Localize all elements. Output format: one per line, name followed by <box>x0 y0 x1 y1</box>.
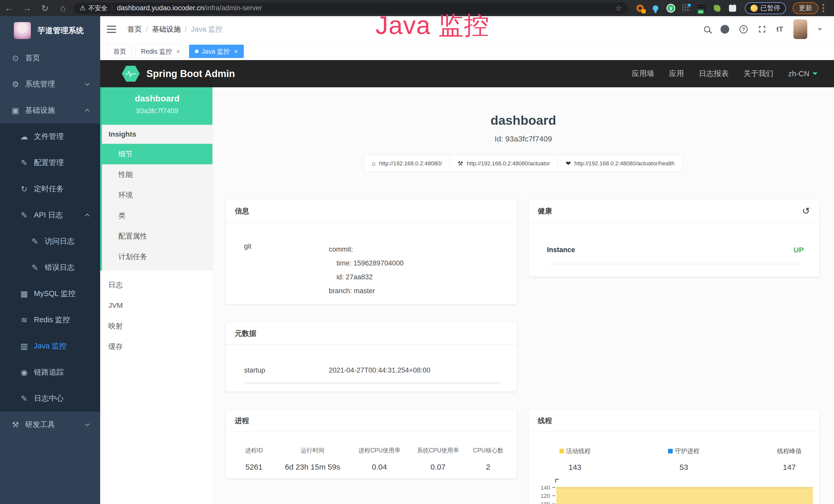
sba-menu-details[interactable]: 细节 <box>102 144 213 164</box>
status-badge: UP <box>794 246 804 254</box>
log-center-icon: ✎ <box>19 394 30 403</box>
back-icon[interactable]: ← <box>0 3 18 13</box>
sidebar-item-system-mgmt[interactable]: ⚙ 系统管理 <box>0 71 100 97</box>
fullscreen-icon[interactable] <box>758 25 766 33</box>
sidebar-item-java-monitor[interactable]: ▥ Java 监控 <box>0 333 100 359</box>
reload-icon[interactable]: ↻ <box>36 3 54 13</box>
java-monitor-icon: ▥ <box>19 342 30 351</box>
sidebar-item-home[interactable]: ⊙ 首页 <box>0 45 100 71</box>
sba-nav-journal[interactable]: 日志报表 <box>699 69 729 79</box>
chevron-up-icon <box>85 109 89 113</box>
sba-body: dashboard 93a3fc7f7409 Insights 细节 性能 环境… <box>100 87 834 504</box>
sba-menu-classes[interactable]: 类 <box>102 205 213 226</box>
metadata-startup-row: startup 2021-04-27T00:44:31.254+08:00 <box>244 345 501 383</box>
extension-pin-icon[interactable] <box>651 4 660 13</box>
app-title: 芋道管理系统 <box>38 25 84 36</box>
threads-legend: 活动线程 143 守护进程 53 <box>529 432 820 472</box>
info-card: 信息 git commit: time: 1596289704000 id: 2… <box>225 200 517 304</box>
browser-update-button[interactable]: 更新 <box>793 2 818 14</box>
y-tick: 120 <box>535 493 550 499</box>
sba-menu-environment[interactable]: 环境 <box>102 185 213 205</box>
sba-menu-group: 日志 JVM 映射 缓存 <box>100 275 213 357</box>
sidebar-item-trace[interactable]: ◉ 链路追踪 <box>0 359 100 385</box>
extension-y-icon[interactable]: y <box>666 4 676 13</box>
chevron-down-icon <box>812 72 817 77</box>
chart-axis <box>555 479 559 482</box>
home-icon[interactable]: ⌂ <box>54 3 72 13</box>
profile-paused-badge[interactable]: 已暂停 <box>745 2 786 14</box>
breadcrumb-home[interactable]: 首页 <box>127 24 142 34</box>
history-icon[interactable]: ↺ <box>802 200 810 222</box>
sba-nav: 应用墙 应用 日志报表 关于我们 zh-CN <box>632 69 817 79</box>
sidebar-item-error-logs[interactable]: ✎ 错误日志 <box>0 254 100 281</box>
sba-locale-select[interactable]: zh-CN <box>788 70 817 78</box>
tab-home[interactable]: 首页 <box>107 45 132 58</box>
process-card-title: 进程 <box>225 410 517 432</box>
caret-down-icon[interactable] <box>817 28 822 33</box>
metadata-value: 2021-04-27T00:44:31.254+08:00 <box>329 366 501 374</box>
browser-menu-icon[interactable] <box>822 4 824 12</box>
sidebar-item-access-logs[interactable]: ✎ 访问日志 <box>0 228 100 254</box>
hamburger-icon[interactable] <box>107 26 116 33</box>
sidebar-item-config-mgmt[interactable]: ✎ 配置管理 <box>0 150 100 176</box>
extension-orange-icon[interactable] <box>635 4 645 13</box>
process-col-pid: 进程ID 5261 <box>232 446 277 472</box>
chart-area-series <box>556 487 813 504</box>
health-key: Instance <box>547 246 632 254</box>
main-area: 首页 / 基础设施 / Java 监控 ? tT 首页 Redis 监控 <box>100 16 834 504</box>
forward-icon[interactable]: → <box>18 3 36 13</box>
sidebar-item-api-logs[interactable]: ✎ API 日志 <box>0 202 100 228</box>
sidebar-item-dev-tools[interactable]: ⚒ 研发工具 <box>0 412 100 438</box>
extension-leaf-icon[interactable] <box>712 4 722 13</box>
sba-nav-wallboard[interactable]: 应用墙 <box>632 69 654 79</box>
breadcrumb-section[interactable]: 基础设施 <box>152 24 181 34</box>
health-url-link[interactable]: ❤ http://192.168.0.2:48080/actuator/heal… <box>557 155 682 172</box>
help-icon[interactable]: ? <box>740 25 748 33</box>
sidebar-item-scheduled-tasks[interactable]: ↻ 定时任务 <box>0 176 100 202</box>
security-warning-icon[interactable]: ⚠ <box>80 4 86 12</box>
sidebar-item-mysql-monitor[interactable]: ▦ MySQL 监控 <box>0 281 100 307</box>
close-icon[interactable]: × <box>234 47 238 55</box>
github-icon[interactable] <box>721 25 729 33</box>
sba-menu-performance[interactable]: 性能 <box>102 164 213 185</box>
sidebar-item-log-center[interactable]: ✎ 日志中心 <box>0 385 100 412</box>
breadcrumb-separator: / <box>146 25 148 33</box>
close-icon[interactable]: × <box>176 47 180 55</box>
sba-nav-applications[interactable]: 应用 <box>669 69 684 79</box>
extension-switch-icon[interactable]: on <box>697 4 706 13</box>
process-table: 进程ID 5261 运行时间 6d 23h 15m 59s 进程CPU使用率 0… <box>225 432 517 472</box>
bookmark-star-icon[interactable]: ☆ <box>615 4 622 13</box>
sidebar-item-redis-monitor[interactable]: ≋ Redis 监控 <box>0 307 100 333</box>
tab-java-monitor[interactable]: Java 监控 × <box>189 45 244 58</box>
sidebar-item-infrastructure[interactable]: ▣ 基础设施 <box>0 97 100 123</box>
dashboard-icon: ⊙ <box>10 53 21 63</box>
sba-brand-title[interactable]: Spring Boot Admin <box>147 68 235 79</box>
sba-menu-logs[interactable]: 日志 <box>100 275 213 295</box>
metadata-card: 元数据 startup 2021-04-27T00:44:31.254+08:0… <box>225 322 517 392</box>
sba-menu-caches[interactable]: 缓存 <box>100 336 213 357</box>
app-logo-row[interactable]: 芋道管理系统 <box>0 16 100 45</box>
sba-menu-mappings[interactable]: 映射 <box>100 316 213 336</box>
infrastructure-icon: ▣ <box>10 106 21 115</box>
sba-instance-header[interactable]: dashboard 93a3fc7f7409 <box>100 87 213 125</box>
info-value: commit: time: 1596289704000 id: 27aa832 … <box>329 243 501 298</box>
gear-icon: ⚙ <box>10 79 21 89</box>
sidebar-item-file-mgmt[interactable]: ☁ 文件管理 <box>0 123 100 150</box>
service-url-link[interactable]: ⌂ http://192.168.0.2:48080/ <box>364 155 450 172</box>
extension-grid-icon[interactable] <box>682 4 691 13</box>
topbar-actions: ? tT <box>704 20 822 39</box>
health-instance-row[interactable]: Instance UP <box>547 222 804 264</box>
sba-instance-name: dashboard <box>102 93 213 104</box>
avatar[interactable] <box>793 20 807 39</box>
management-url-link[interactable]: ⚒ http://192.168.0.2:48080/actuator <box>450 155 558 172</box>
tab-redis-monitor[interactable]: Redis 监控 × <box>135 45 186 58</box>
sba-menu-scheduled-tasks[interactable]: 计划任务 <box>102 247 213 267</box>
search-icon[interactable] <box>704 26 710 32</box>
address-bar[interactable]: ⚠ 不安全 dashboard.yudao.iocoder.cn /infra/… <box>73 3 628 14</box>
sba-menu-jvm[interactable]: JVM <box>100 295 213 316</box>
extension-puzzle-icon[interactable] <box>728 4 737 13</box>
sba-nav-about[interactable]: 关于我们 <box>744 69 773 79</box>
sba-menu-config-props[interactable]: 配置属性 <box>102 226 213 247</box>
font-size-icon[interactable]: tT <box>776 25 783 33</box>
process-col-process-cpu: 进程CPU使用率 0.04 <box>349 446 410 472</box>
